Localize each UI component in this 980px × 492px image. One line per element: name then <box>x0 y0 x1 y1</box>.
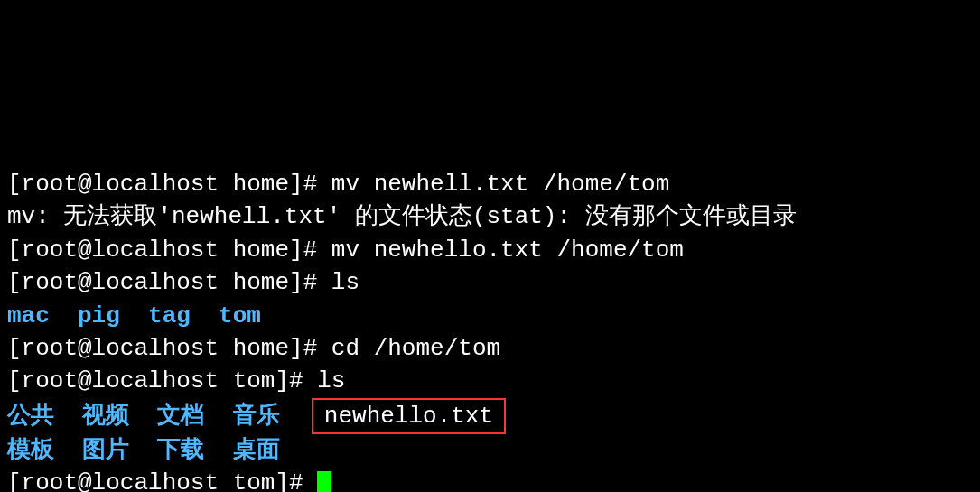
prompt: [root@localhost home]# <box>7 237 331 264</box>
error-no-such-file: mv: 无法获取'newhell.txt' 的文件状态(stat): 没有那个文… <box>7 203 797 230</box>
highlighted-file-box: newhello.txt <box>312 398 506 434</box>
command-ls: ls <box>331 269 359 296</box>
prompt: [root@localhost tom]# <box>7 367 317 395</box>
file-newhello: newhello.txt <box>324 403 493 430</box>
prompt: [root@localhost tom]# <box>7 469 317 492</box>
command-mv: mv newhello.txt /home/tom <box>331 237 684 264</box>
directory-list-row2: 模板 图片 下载 桌面 <box>7 437 280 464</box>
prompt: [root@localhost home]# <box>7 335 331 362</box>
directory-list: mac pig tag tom <box>7 302 261 330</box>
prompt: [root@localhost home]# <box>7 269 331 296</box>
prompt: [root@localhost home]# <box>7 171 331 198</box>
cursor-block[interactable] <box>317 471 331 492</box>
command-ls: ls <box>317 367 345 395</box>
directory-list-row1: 公共 视频 文档 音乐 <box>7 403 308 430</box>
command-mv-typo: mv newhell.txt /home/tom <box>331 171 669 198</box>
command-cd: cd /home/tom <box>331 335 500 362</box>
terminal-window[interactable]: [root@localhost home]# mv newhell.txt /h… <box>7 135 973 492</box>
